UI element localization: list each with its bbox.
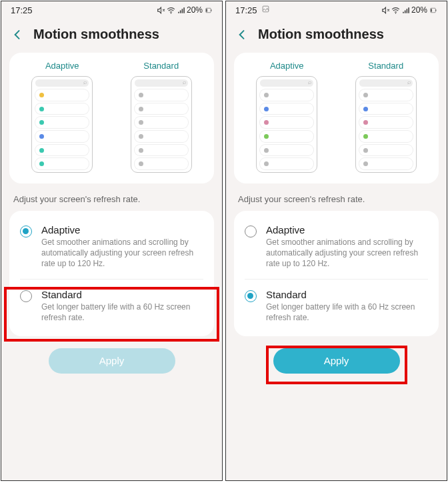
preview-adaptive: Adaptive: [242, 61, 332, 173]
wifi-icon: [167, 6, 175, 15]
back-icon[interactable]: [235, 28, 249, 41]
option-standard[interactable]: Standard Get longer battery life with a …: [234, 280, 439, 332]
option-desc-standard: Get longer battery life with a 60 Hz scr…: [266, 302, 428, 323]
svg-rect-8: [431, 9, 432, 11]
svg-rect-2: [211, 9, 211, 11]
mute-icon: [381, 6, 390, 15]
option-adaptive[interactable]: Adaptive Get smoother animations and scr…: [9, 215, 214, 279]
apply-button[interactable]: Apply: [273, 348, 400, 374]
back-icon[interactable]: [11, 28, 24, 41]
preview-card: Adaptive Standard: [234, 53, 439, 183]
option-title-standard: Standard: [41, 289, 203, 300]
mini-phone-standard: [355, 76, 417, 173]
battery-icon: [204, 6, 213, 15]
preview-label-adaptive: Adaptive: [45, 61, 79, 71]
header: Motion smoothness: [1, 19, 222, 53]
status-bar: 17:25 20%: [226, 1, 447, 19]
battery-text: 20%: [411, 5, 427, 15]
preview-label-standard: Standard: [143, 61, 179, 71]
clock: 17:25: [11, 5, 33, 15]
options-card: Adaptive Get smoother animations and scr…: [234, 211, 439, 336]
right-pane: 17:25 20% Motion smoothness Adaptive Sta…: [225, 1, 447, 481]
apply-wrap: Apply: [226, 336, 447, 386]
preview-label-adaptive: Adaptive: [270, 61, 304, 71]
option-desc-adaptive: Get smoother animations and scrolling by…: [41, 237, 203, 270]
mute-icon: [157, 6, 165, 15]
status-bar: 17:25 20%: [1, 1, 222, 19]
option-desc-adaptive: Get smoother animations and scrolling by…: [266, 237, 428, 270]
apply-button[interactable]: Apply: [49, 348, 175, 374]
page-title: Motion smoothness: [33, 27, 159, 42]
battery-text: 20%: [187, 5, 203, 15]
clock: 17:25: [235, 5, 257, 15]
preview-label-standard: Standard: [368, 61, 403, 71]
mini-phone-adaptive: [256, 76, 317, 173]
svg-point-5: [395, 13, 397, 14]
description-text: Adjust your screen's refresh rate.: [226, 183, 447, 211]
option-standard[interactable]: Standard Get longer battery life with a …: [9, 280, 214, 332]
preview-standard: Standard: [341, 61, 431, 173]
battery-icon: [429, 6, 437, 15]
wifi-icon: [391, 6, 400, 15]
status-icons: 20%: [157, 5, 213, 15]
mini-phone-standard: [131, 76, 192, 173]
option-adaptive[interactable]: Adaptive Get smoother animations and scr…: [234, 215, 439, 279]
left-pane: 17:25 20% Motion smoothness Adaptive Sta…: [1, 1, 223, 481]
signal-icon: [401, 6, 410, 15]
preview-standard: Standard: [117, 61, 207, 173]
page-title: Motion smoothness: [258, 27, 384, 42]
radio-adaptive[interactable]: [245, 225, 257, 237]
description-text: Adjust your screen's refresh rate.: [1, 183, 222, 211]
preview-card: Adaptive Standard: [9, 53, 214, 183]
radio-standard[interactable]: [245, 290, 257, 302]
svg-rect-3: [206, 9, 207, 11]
signal-icon: [177, 6, 185, 15]
apply-wrap: Apply: [1, 336, 222, 386]
svg-point-0: [171, 13, 172, 14]
radio-adaptive[interactable]: [20, 225, 32, 237]
options-card: Adaptive Get smoother animations and scr…: [9, 211, 214, 336]
header: Motion smoothness: [226, 19, 447, 53]
preview-adaptive: Adaptive: [17, 61, 107, 173]
option-title-adaptive: Adaptive: [266, 224, 428, 235]
mini-phone-adaptive: [31, 76, 93, 173]
radio-standard[interactable]: [20, 290, 32, 302]
screenshot-icon: [261, 5, 270, 15]
status-icons: 20%: [381, 5, 437, 15]
svg-rect-7: [435, 9, 436, 11]
option-title-adaptive: Adaptive: [41, 224, 203, 235]
option-title-standard: Standard: [266, 289, 428, 300]
option-desc-standard: Get longer battery life with a 60 Hz scr…: [41, 302, 203, 323]
